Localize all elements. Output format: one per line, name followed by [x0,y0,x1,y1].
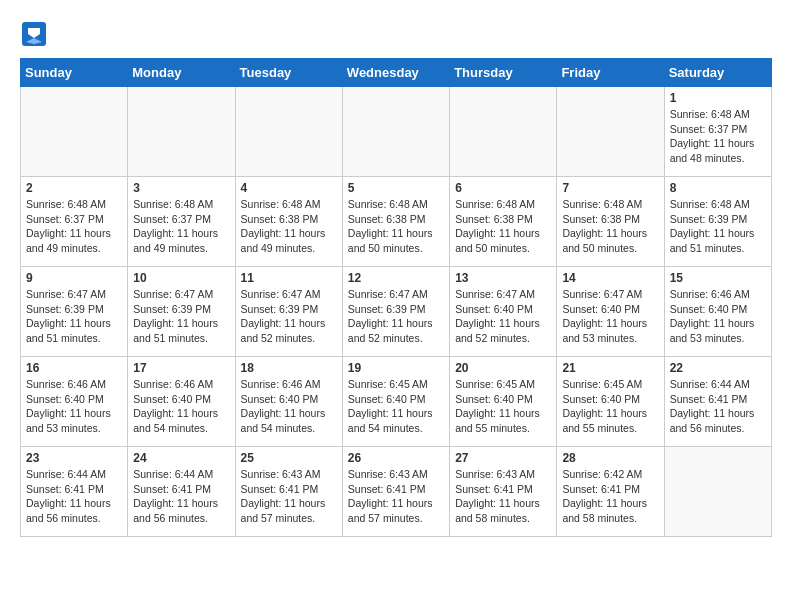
day-number: 4 [241,181,337,195]
calendar-day-5: 5Sunrise: 6:48 AM Sunset: 6:38 PM Daylig… [342,177,449,267]
calendar-day-15: 15Sunrise: 6:46 AM Sunset: 6:40 PM Dayli… [664,267,771,357]
day-number: 10 [133,271,229,285]
day-number: 12 [348,271,444,285]
calendar-day-empty-0-3 [342,87,449,177]
calendar-day-17: 17Sunrise: 6:46 AM Sunset: 6:40 PM Dayli… [128,357,235,447]
weekday-header-sunday: Sunday [21,59,128,87]
day-info: Sunrise: 6:48 AM Sunset: 6:37 PM Dayligh… [133,197,229,256]
day-number: 26 [348,451,444,465]
day-number: 7 [562,181,658,195]
day-info: Sunrise: 6:42 AM Sunset: 6:41 PM Dayligh… [562,467,658,526]
day-number: 19 [348,361,444,375]
day-number: 21 [562,361,658,375]
day-number: 2 [26,181,122,195]
day-number: 15 [670,271,766,285]
day-number: 25 [241,451,337,465]
calendar-day-12: 12Sunrise: 6:47 AM Sunset: 6:39 PM Dayli… [342,267,449,357]
weekday-header-monday: Monday [128,59,235,87]
weekday-header-wednesday: Wednesday [342,59,449,87]
day-number: 28 [562,451,658,465]
day-number: 27 [455,451,551,465]
calendar-table: SundayMondayTuesdayWednesdayThursdayFrid… [20,58,772,537]
calendar-day-2: 2Sunrise: 6:48 AM Sunset: 6:37 PM Daylig… [21,177,128,267]
calendar-day-27: 27Sunrise: 6:43 AM Sunset: 6:41 PM Dayli… [450,447,557,537]
day-number: 14 [562,271,658,285]
page-header [20,20,772,48]
day-info: Sunrise: 6:46 AM Sunset: 6:40 PM Dayligh… [670,287,766,346]
calendar-week-3: 9Sunrise: 6:47 AM Sunset: 6:39 PM Daylig… [21,267,772,357]
day-number: 6 [455,181,551,195]
day-info: Sunrise: 6:45 AM Sunset: 6:40 PM Dayligh… [562,377,658,436]
day-info: Sunrise: 6:46 AM Sunset: 6:40 PM Dayligh… [241,377,337,436]
calendar-week-5: 23Sunrise: 6:44 AM Sunset: 6:41 PM Dayli… [21,447,772,537]
day-info: Sunrise: 6:47 AM Sunset: 6:40 PM Dayligh… [455,287,551,346]
day-info: Sunrise: 6:46 AM Sunset: 6:40 PM Dayligh… [26,377,122,436]
calendar-day-empty-0-1 [128,87,235,177]
calendar-day-7: 7Sunrise: 6:48 AM Sunset: 6:38 PM Daylig… [557,177,664,267]
day-info: Sunrise: 6:47 AM Sunset: 6:40 PM Dayligh… [562,287,658,346]
calendar-week-1: 1Sunrise: 6:48 AM Sunset: 6:37 PM Daylig… [21,87,772,177]
day-number: 8 [670,181,766,195]
day-info: Sunrise: 6:45 AM Sunset: 6:40 PM Dayligh… [455,377,551,436]
day-number: 11 [241,271,337,285]
calendar-day-1: 1Sunrise: 6:48 AM Sunset: 6:37 PM Daylig… [664,87,771,177]
calendar-day-empty-4-6 [664,447,771,537]
day-info: Sunrise: 6:47 AM Sunset: 6:39 PM Dayligh… [133,287,229,346]
day-info: Sunrise: 6:48 AM Sunset: 6:38 PM Dayligh… [455,197,551,256]
calendar-day-6: 6Sunrise: 6:48 AM Sunset: 6:38 PM Daylig… [450,177,557,267]
day-info: Sunrise: 6:47 AM Sunset: 6:39 PM Dayligh… [26,287,122,346]
logo [20,20,52,48]
day-number: 16 [26,361,122,375]
day-info: Sunrise: 6:43 AM Sunset: 6:41 PM Dayligh… [348,467,444,526]
calendar-day-4: 4Sunrise: 6:48 AM Sunset: 6:38 PM Daylig… [235,177,342,267]
day-info: Sunrise: 6:43 AM Sunset: 6:41 PM Dayligh… [455,467,551,526]
calendar-header-row: SundayMondayTuesdayWednesdayThursdayFrid… [21,59,772,87]
calendar-day-26: 26Sunrise: 6:43 AM Sunset: 6:41 PM Dayli… [342,447,449,537]
calendar-day-16: 16Sunrise: 6:46 AM Sunset: 6:40 PM Dayli… [21,357,128,447]
calendar-day-21: 21Sunrise: 6:45 AM Sunset: 6:40 PM Dayli… [557,357,664,447]
calendar-day-empty-0-2 [235,87,342,177]
day-number: 3 [133,181,229,195]
calendar-day-20: 20Sunrise: 6:45 AM Sunset: 6:40 PM Dayli… [450,357,557,447]
day-info: Sunrise: 6:44 AM Sunset: 6:41 PM Dayligh… [26,467,122,526]
calendar-day-22: 22Sunrise: 6:44 AM Sunset: 6:41 PM Dayli… [664,357,771,447]
day-number: 23 [26,451,122,465]
calendar-day-10: 10Sunrise: 6:47 AM Sunset: 6:39 PM Dayli… [128,267,235,357]
day-info: Sunrise: 6:47 AM Sunset: 6:39 PM Dayligh… [348,287,444,346]
calendar-day-23: 23Sunrise: 6:44 AM Sunset: 6:41 PM Dayli… [21,447,128,537]
day-info: Sunrise: 6:44 AM Sunset: 6:41 PM Dayligh… [670,377,766,436]
day-number: 5 [348,181,444,195]
calendar-week-2: 2Sunrise: 6:48 AM Sunset: 6:37 PM Daylig… [21,177,772,267]
day-number: 24 [133,451,229,465]
calendar-day-19: 19Sunrise: 6:45 AM Sunset: 6:40 PM Dayli… [342,357,449,447]
calendar-day-empty-0-4 [450,87,557,177]
day-info: Sunrise: 6:48 AM Sunset: 6:38 PM Dayligh… [562,197,658,256]
day-info: Sunrise: 6:47 AM Sunset: 6:39 PM Dayligh… [241,287,337,346]
weekday-header-saturday: Saturday [664,59,771,87]
calendar-day-empty-0-5 [557,87,664,177]
day-number: 20 [455,361,551,375]
day-number: 18 [241,361,337,375]
calendar-day-3: 3Sunrise: 6:48 AM Sunset: 6:37 PM Daylig… [128,177,235,267]
weekday-header-friday: Friday [557,59,664,87]
calendar-day-28: 28Sunrise: 6:42 AM Sunset: 6:41 PM Dayli… [557,447,664,537]
weekday-header-tuesday: Tuesday [235,59,342,87]
calendar-day-13: 13Sunrise: 6:47 AM Sunset: 6:40 PM Dayli… [450,267,557,357]
day-info: Sunrise: 6:48 AM Sunset: 6:38 PM Dayligh… [348,197,444,256]
calendar-day-11: 11Sunrise: 6:47 AM Sunset: 6:39 PM Dayli… [235,267,342,357]
day-number: 9 [26,271,122,285]
logo-icon [20,20,48,48]
day-number: 13 [455,271,551,285]
calendar-day-14: 14Sunrise: 6:47 AM Sunset: 6:40 PM Dayli… [557,267,664,357]
calendar-day-18: 18Sunrise: 6:46 AM Sunset: 6:40 PM Dayli… [235,357,342,447]
day-info: Sunrise: 6:48 AM Sunset: 6:37 PM Dayligh… [670,107,766,166]
day-info: Sunrise: 6:46 AM Sunset: 6:40 PM Dayligh… [133,377,229,436]
calendar-day-25: 25Sunrise: 6:43 AM Sunset: 6:41 PM Dayli… [235,447,342,537]
day-number: 22 [670,361,766,375]
day-info: Sunrise: 6:48 AM Sunset: 6:39 PM Dayligh… [670,197,766,256]
calendar-day-8: 8Sunrise: 6:48 AM Sunset: 6:39 PM Daylig… [664,177,771,267]
calendar-day-empty-0-0 [21,87,128,177]
calendar-day-9: 9Sunrise: 6:47 AM Sunset: 6:39 PM Daylig… [21,267,128,357]
day-info: Sunrise: 6:44 AM Sunset: 6:41 PM Dayligh… [133,467,229,526]
day-info: Sunrise: 6:43 AM Sunset: 6:41 PM Dayligh… [241,467,337,526]
